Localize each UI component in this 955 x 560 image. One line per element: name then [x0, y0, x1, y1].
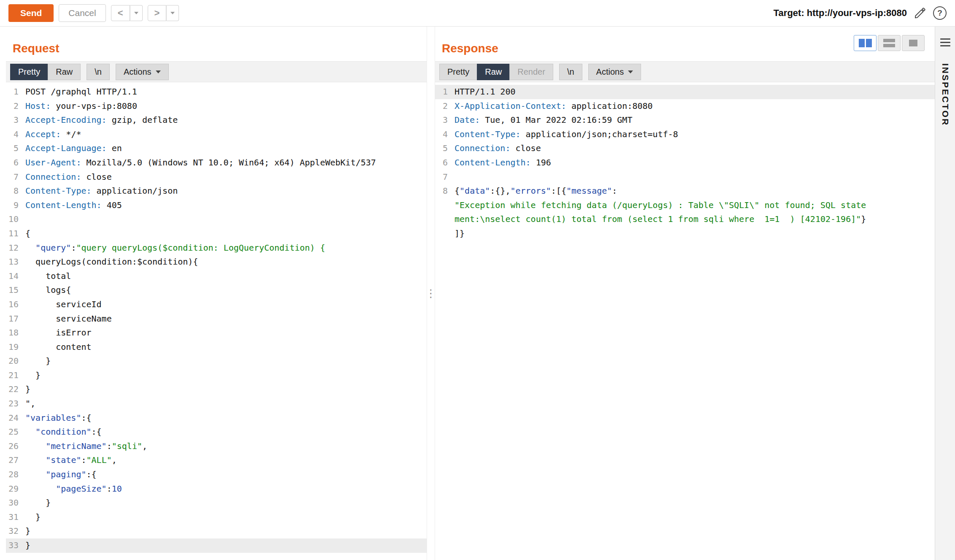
code-line: 5Connection: close: [435, 141, 935, 156]
layout-columns-button[interactable]: [854, 35, 877, 51]
code-line: 8{"data":{},"errors":[{"message":: [435, 184, 935, 198]
code-line: 3Date: Tue, 01 Mar 2022 02:16:59 GMT: [435, 113, 935, 127]
chevron-down-icon: [134, 12, 138, 14]
request-editor[interactable]: 1POST /graphql HTTP/1.12Host: your-vps-i…: [6, 82, 427, 560]
code-line: 25 "condition":{: [6, 425, 427, 439]
line-number: 23: [6, 397, 25, 411]
back-dropdown-button[interactable]: [130, 5, 143, 22]
tab-response-newline[interactable]: \n: [559, 64, 582, 80]
code-line: 11{: [6, 227, 427, 241]
code-line: 27 "state":"ALL",: [6, 453, 427, 468]
line-number: 2: [6, 99, 25, 114]
back-button[interactable]: <: [111, 5, 130, 22]
request-actions-button[interactable]: Actions: [116, 64, 169, 80]
actions-label: Actions: [596, 67, 624, 77]
code-line: 30 }: [6, 496, 427, 510]
line-number: 15: [6, 283, 25, 298]
code-line: 9Content-Length: 405: [6, 198, 427, 213]
inspector-panel[interactable]: INSPECTOR: [935, 27, 955, 560]
code-line: 2Host: your-vps-ip:8080: [6, 99, 427, 114]
tab-request-newline[interactable]: \n: [87, 64, 110, 80]
code-line: 5Accept-Language: en: [6, 141, 427, 156]
line-number: 33: [6, 538, 25, 553]
code-line: 23",: [6, 397, 427, 411]
line-number: 32: [6, 524, 25, 538]
request-tab-strip: Pretty Raw \n Actions: [6, 61, 427, 82]
line-number: 7: [6, 170, 25, 184]
line-number: 3: [435, 113, 455, 127]
line-number: 9: [6, 198, 25, 213]
code-line: 3Accept-Encoding: gzip, deflate: [6, 113, 427, 127]
layout-single-button[interactable]: [902, 35, 925, 51]
code-line: 31 }: [6, 510, 427, 525]
tab-response-raw[interactable]: Raw: [477, 64, 510, 80]
code-line: 4Accept: */*: [6, 127, 427, 142]
request-header: Request: [6, 27, 427, 61]
toolbar: Send Cancel < > Target: http://your-vps-…: [0, 0, 955, 27]
code-line: 10: [6, 212, 427, 227]
forward-dropdown-button[interactable]: [166, 5, 179, 22]
code-line: 13 queryLogs(condition:$condition){: [6, 255, 427, 269]
line-number: 3: [6, 113, 25, 127]
line-number: 2: [435, 99, 455, 114]
inspector-label[interactable]: INSPECTOR: [940, 63, 950, 126]
line-number: 28: [6, 468, 25, 482]
code-line: 18 isError: [6, 326, 427, 340]
edit-target-button[interactable]: [914, 7, 926, 19]
code-line: 6Content-Length: 196: [435, 156, 935, 170]
code-line: 6User-Agent: Mozilla/5.0 (Windows NT 10.…: [6, 156, 427, 170]
request-panel: Request Pretty Raw \n Actions 1POST /gra…: [6, 27, 427, 560]
code-line: 12 "query":"query queryLogs($condition: …: [6, 241, 427, 255]
history-forward-group: >: [148, 5, 179, 22]
line-number: 6: [6, 156, 25, 170]
code-line: 22}: [6, 382, 427, 397]
line-number: 30: [6, 496, 25, 510]
line-number: 4: [6, 127, 25, 142]
request-title: Request: [13, 42, 59, 55]
line-number: 27: [6, 453, 25, 468]
code-line: 7: [435, 170, 935, 184]
code-line: 33}: [6, 538, 427, 553]
line-number: 6: [435, 156, 455, 170]
line-number: 12: [6, 241, 25, 255]
history-back-group: <: [111, 5, 143, 22]
code-line: 4Content-Type: application/json;charset=…: [435, 127, 935, 142]
line-number: [435, 227, 455, 241]
cancel-button[interactable]: Cancel: [59, 4, 106, 22]
line-number: 17: [6, 312, 25, 326]
chevron-down-icon: [170, 12, 175, 14]
response-actions-button[interactable]: Actions: [588, 64, 641, 80]
forward-button[interactable]: >: [148, 5, 167, 22]
column-icon: [866, 39, 872, 47]
code-line: 8Content-Type: application/json: [6, 184, 427, 198]
view-layout-buttons: [854, 35, 925, 51]
single-pane-icon: [909, 40, 917, 46]
tab-response-pretty[interactable]: Pretty: [439, 64, 477, 80]
send-button[interactable]: Send: [8, 4, 54, 22]
line-number: 10: [6, 212, 25, 227]
line-number: [435, 212, 455, 227]
line-number: 8: [435, 184, 455, 198]
line-number: 7: [435, 170, 455, 184]
tab-response-render: Render: [509, 64, 553, 80]
code-line: 32}: [6, 524, 427, 538]
code-line: 15 logs{: [6, 283, 427, 298]
target-label: Target: http://your-vps-ip:8080: [774, 8, 907, 19]
line-number: 24: [6, 411, 25, 425]
code-line: 2X-Application-Context: application:8080: [435, 99, 935, 114]
repeater-main: Request Pretty Raw \n Actions 1POST /gra…: [0, 27, 955, 560]
layout-rows-button[interactable]: [878, 35, 901, 51]
menu-icon[interactable]: [940, 38, 950, 46]
response-editor[interactable]: 1HTTP/1.1 2002X-Application-Context: app…: [435, 82, 935, 560]
line-number: [435, 198, 455, 213]
code-line: 29 "pageSize":10: [6, 482, 427, 496]
tab-request-raw[interactable]: Raw: [48, 64, 81, 80]
code-line: "Exception while fetching data (/queryLo…: [435, 198, 935, 213]
target-area: Target: http://your-vps-ip:8080 ?: [774, 6, 947, 20]
help-icon[interactable]: ?: [933, 6, 947, 20]
tab-request-pretty[interactable]: Pretty: [10, 64, 48, 80]
panel-divider[interactable]: ⋮: [427, 27, 435, 560]
line-number: 11: [6, 227, 25, 241]
code-line: 28 "paging":{: [6, 468, 427, 482]
code-line: 16 serviceId: [6, 298, 427, 312]
